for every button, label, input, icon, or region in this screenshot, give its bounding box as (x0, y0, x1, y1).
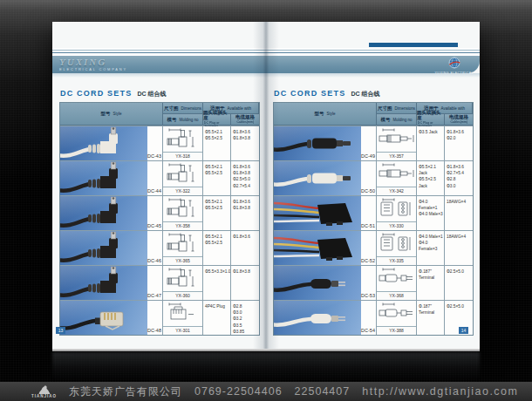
spec-value: Φ3.0 (233, 309, 258, 316)
header-dims-en: Dimensions (181, 106, 201, 111)
spec-value: Φ3.5 (233, 323, 258, 329)
header-cable-en: Cables(mm) (236, 120, 254, 124)
globe-icon (448, 57, 460, 69)
table-header: 型号 Style 尺寸图 Dimensions 适用于 Available wi… (60, 103, 259, 126)
spec-value: Φ2.7×5.4 (233, 183, 258, 189)
table-body: DC-49 YX-357Φ3.5 JackΦ1.8×3.6Φ2.0 DC-50 … (274, 126, 473, 335)
table-row: DC-43 YX-318Φ5.5×2.1Φ5.5×2.5Φ1.8×3.6Φ1.8… (60, 126, 259, 160)
cable-specs-cell: Φ1.8×3.6Φ2.7×5.4Φ2.8Φ3.0 (445, 161, 473, 195)
black-right-angle-plug-image (60, 231, 147, 265)
molding-number: YX-335 (377, 256, 416, 265)
page-title-cn: DC 组合线 (137, 90, 166, 99)
table-row: DC-47 YX-360Φ5.5×3.3×1.0Φ1.8×3.8 (60, 265, 259, 300)
dimension-drawing-cell: YX-318 (163, 126, 203, 160)
spec-value: Φ2.5×5.0 (447, 268, 472, 275)
header-molding-no: 模号 Molding no (377, 114, 417, 126)
table-row: DC-45 YX-358Φ5.5×2.1Φ5.5×2.5Φ1.8×3.6Φ1.8… (60, 195, 259, 230)
plug-specs-cell: Φ.187" Terminal (417, 301, 445, 335)
header-style-cn: 型号 (314, 111, 324, 117)
spec-value: Φ3.2 (233, 316, 258, 322)
model-number: DC-44 (147, 188, 161, 194)
header-style-en: Style (326, 112, 335, 116)
style-cell: DC-48 (60, 301, 163, 335)
spec-value: Φ2.0 (447, 135, 472, 141)
model-number: DC-52 (361, 258, 375, 263)
cable-specs-cell: Φ1.8×3.6Φ1.8×3.8 (231, 126, 259, 160)
table-header: 型号 Style 尺寸图 Dimensions 适用于 Available wi… (274, 103, 473, 126)
spec-value: Φ1.8×3.8 (233, 170, 258, 176)
advert-banner: TIANJIAO 东莞天娇广告有限公司 0769-22504406 225044… (0, 382, 532, 401)
spec-value: 18AWG×4 (447, 199, 472, 205)
cable-specs-cell: Φ1.8×3.6Φ1.8×3.8 (231, 196, 259, 230)
header-band: YUXING ELECTRICAL COMPANY (52, 56, 266, 73)
page-title-en: DC CORD SETS (60, 89, 132, 98)
model-number: DC-51 (361, 223, 375, 228)
header-cable-cn: 电缆规格 (235, 115, 255, 120)
model-number: DC-45 (147, 223, 161, 228)
page-number: 14 (459, 327, 468, 334)
table-body: DC-43 YX-318Φ5.5×2.1Φ5.5×2.5Φ1.8×3.6Φ1.8… (60, 126, 259, 335)
spec-value: Φ5.5×2.5 Jack (419, 176, 443, 188)
cable-specs-cell: 18AWG×4 (445, 231, 473, 265)
spec-value: Φ1.8×3.6 (233, 199, 258, 205)
spec-value: Φ5.5×2.5 (205, 135, 229, 141)
spec-value: Φ2.8 (233, 303, 258, 309)
page-stack-edge (52, 349, 480, 351)
white-right-angle-plug-image (60, 126, 147, 160)
style-cell: DC-52 (274, 231, 377, 265)
header-dims-cn: 尺寸图 (164, 105, 179, 112)
dimension-drawing-cell: YX-330 (377, 196, 417, 230)
header-dims-cn: 尺寸图 (378, 105, 392, 112)
footer-phone-2: 22504407 (295, 385, 351, 398)
dimension-drawing-cell: YX-388 (377, 301, 417, 335)
header-style: 型号 Style (274, 103, 377, 126)
spec-value: Φ1.8×3.6 (233, 234, 258, 240)
plug-specs-cell: Φ5.5×3.3×1.0 (203, 266, 231, 300)
spec-value: Φ5.5×2.1 (205, 164, 229, 170)
table-row: DC-46 YX-365Φ5.5×2.1Φ5.5×2.5Φ1.8×3.6 (60, 230, 259, 265)
molding-number: YX-322 (163, 187, 202, 195)
header-style: 型号 Style (60, 103, 163, 126)
header-molding-en: Molding no (179, 118, 198, 122)
style-cell: DC-53 (274, 266, 377, 300)
header-cables: 电缆规格 Cables(mm) (445, 114, 473, 126)
section-title: DC CORD SETS DC 组合线 (60, 89, 266, 99)
spec-value: Φ5.5×3.3×1.0 (205, 268, 229, 275)
style-cell: DC-51 (274, 196, 377, 230)
brand-name: YUXING (59, 58, 127, 67)
table-row: DC-50 YX-342Φ5.5×2.1 JackΦ5.5×2.5 JackΦ1… (274, 160, 473, 195)
plug-specs-cell: Φ4.0 Female×1Φ4.0 Male×3 (417, 196, 445, 230)
white-inline-jack-image (274, 161, 361, 195)
dimension-drawing-cell: YX-342 (377, 161, 417, 195)
cable-specs-cell: Φ2.8Φ3.0Φ3.2Φ3.5Φ3.85 (231, 301, 259, 335)
header-dimensions: 尺寸图 Dimensions (163, 103, 203, 114)
spec-value: Φ3.0 (447, 183, 472, 189)
black-right-angle-plug-image (60, 266, 147, 300)
brand-logo: YUXING ELECTRICAL COMPANY (59, 58, 127, 71)
logo-caption: YUXING ELECTRICAL (435, 72, 474, 76)
plug-specs-cell: Φ5.5×2.1Φ5.5×2.5 (203, 126, 231, 160)
molding-number: YX-358 (163, 221, 202, 230)
black-right-angle-plug-image (60, 196, 147, 230)
style-cell: DC-46 (60, 231, 163, 265)
table-reflection (52, 352, 480, 382)
page-top-margin (52, 22, 266, 48)
header-avail-en: Available with (228, 106, 251, 111)
dimension-drawing-cell: YX-360 (163, 266, 203, 300)
header-dc-plug: 圆头或插头座 DC Plug or Jack(mm) (417, 114, 445, 126)
molding-number: YX-301 (163, 326, 202, 335)
catalog-spread: YUXING ELECTRICAL COMPANY DC CORD SETS D… (52, 22, 480, 349)
dimension-drawing-cell: YX-368 (377, 266, 417, 300)
spec-value: Φ1.8×3.8 (233, 135, 258, 141)
dimension-drawing-cell: YX-301 (163, 301, 203, 335)
page-number: 13 (56, 327, 65, 334)
model-number: DC-49 (361, 153, 375, 159)
header-cables: 电缆规格 Cables(mm) (231, 114, 259, 126)
style-cell: DC-47 (60, 266, 163, 300)
cord-sets-table: 型号 Style 尺寸图 Dimensions 适用于 Available wi… (273, 102, 474, 336)
header-dc-plug: 圆头或插头座 DC Plug or Jack(mm) (203, 114, 231, 126)
spec-value: Φ2.5×5.0 (447, 303, 472, 309)
spec-value: Φ3.5 Jack (419, 129, 443, 135)
plug-specs-cell: Φ.187" Terminal (417, 266, 445, 300)
table-row: DC-53 YX-368Φ.187" TerminalΦ2.5×5.0 (274, 265, 473, 300)
